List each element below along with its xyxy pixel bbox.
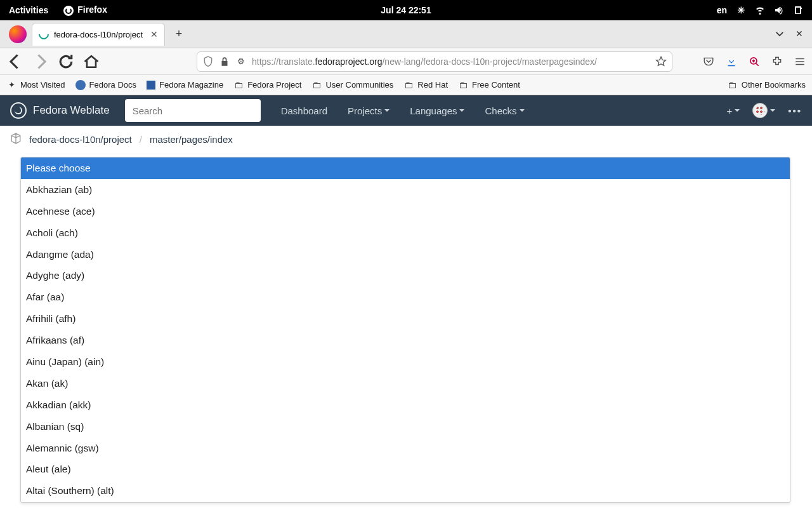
nav-projects[interactable]: Projects: [337, 105, 400, 116]
home-button[interactable]: [82, 53, 100, 70]
avatar-icon: [752, 103, 768, 118]
brightness-icon[interactable]: ☀: [736, 5, 746, 15]
zoom-icon[interactable]: [749, 56, 760, 67]
browser-toolbar: ⚙ https://translate.fedoraproject.org/ne…: [0, 48, 812, 75]
dropdown-option[interactable]: Afrikaans (af): [21, 330, 790, 351]
dropdown-option[interactable]: Adyghe (ady): [21, 265, 790, 286]
caret-down-icon: [459, 109, 464, 112]
url-bar[interactable]: ⚙ https://translate.fedoraproject.org/ne…: [197, 51, 672, 72]
breadcrumb-project[interactable]: fedora-docs-l10n/project: [29, 134, 132, 145]
input-language[interactable]: en: [717, 5, 727, 15]
power-icon[interactable]: [793, 5, 803, 15]
bookmark-red-hat[interactable]: Red Hat: [403, 80, 448, 90]
caret-down-icon: [384, 109, 390, 112]
permissions-icon[interactable]: ⚙: [235, 56, 247, 67]
dropdown-option[interactable]: Acehnese (ace): [21, 201, 790, 222]
url-text: https://translate.fedoraproject.org/new-…: [252, 57, 650, 67]
bookmark-other[interactable]: Other Bookmarks: [728, 80, 806, 90]
more-menu-icon[interactable]: •••: [788, 105, 802, 116]
extensions-icon[interactable]: [771, 56, 783, 67]
bookmark-fedora-project[interactable]: Fedora Project: [233, 80, 301, 90]
browser-tab[interactable]: fedora-docs-l10n/project ✕: [32, 23, 165, 46]
caret-down-icon: [520, 109, 525, 112]
bookmarks-bar: ✦Most Visited Fedora Docs Fedora Magazin…: [0, 75, 812, 95]
weblate-favicon: [37, 27, 51, 42]
reload-button[interactable]: [57, 53, 75, 70]
language-dropdown[interactable]: Please choose Abkhazian (ab)Acehnese (ac…: [20, 157, 790, 503]
search-input[interactable]: [125, 99, 261, 122]
volume-icon[interactable]: [774, 5, 784, 15]
caret-down-icon: [735, 109, 740, 112]
clock[interactable]: Jul 24 22:51: [381, 5, 431, 15]
bookmark-most-visited[interactable]: ✦Most Visited: [6, 80, 65, 90]
dropdown-option[interactable]: Ainu (Japan) (ain): [21, 351, 790, 373]
tab-close-icon[interactable]: ✕: [150, 29, 158, 39]
dropdown-option[interactable]: Amharic (am): [21, 502, 790, 503]
weblate-logo-icon: [10, 102, 27, 119]
back-button[interactable]: [6, 53, 24, 70]
dropdown-option[interactable]: Acholi (ach): [21, 222, 790, 244]
add-button[interactable]: +: [726, 105, 740, 116]
bookmark-fedora-magazine[interactable]: Fedora Magazine: [147, 80, 223, 90]
dropdown-option[interactable]: Akkadian (akk): [21, 394, 790, 416]
tab-title: fedora-docs-l10n/project: [54, 30, 143, 39]
wifi-icon[interactable]: [755, 5, 765, 15]
tab-strip: fedora-docs-l10n/project ✕ + ✕: [0, 20, 812, 48]
dropdown-option[interactable]: Afrihili (afh): [21, 308, 790, 330]
firefox-icon: [63, 6, 74, 16]
bookmark-user-communities[interactable]: User Communities: [311, 80, 393, 90]
dropdown-placeholder[interactable]: Please choose: [21, 157, 790, 179]
dropdown-option[interactable]: Alemannic (gsw): [21, 438, 790, 459]
bookmark-star-icon[interactable]: [655, 56, 667, 67]
lock-icon[interactable]: [219, 56, 230, 67]
dropdown-option[interactable]: Albanian (sq): [21, 416, 790, 438]
weblate-brand[interactable]: Fedora Weblate: [10, 102, 110, 119]
firefox-app-indicator[interactable]: Firefox: [63, 4, 107, 15]
forward-button: [32, 53, 49, 70]
firefox-app-icon: [9, 25, 27, 43]
bookmark-free-content[interactable]: Free Content: [458, 80, 520, 90]
downloads-icon[interactable]: [726, 56, 737, 67]
cube-icon: [10, 133, 22, 146]
activities-button[interactable]: Activities: [9, 5, 48, 15]
shield-icon[interactable]: [202, 56, 214, 67]
caret-down-icon: [770, 109, 775, 112]
pocket-icon[interactable]: [703, 56, 714, 67]
nav-checks[interactable]: Checks: [475, 105, 534, 116]
dropdown-option[interactable]: Akan (ak): [21, 373, 790, 394]
dropdown-option[interactable]: Abkhazian (ab): [21, 179, 790, 201]
window-close-icon[interactable]: ✕: [796, 29, 803, 39]
dropdown-option[interactable]: Afar (aa): [21, 286, 790, 308]
breadcrumb-separator: /: [140, 134, 142, 145]
gnome-top-bar: Activities Firefox Jul 24 22:51 en ☀: [0, 0, 812, 20]
nav-languages[interactable]: Languages: [400, 105, 475, 116]
tabs-dropdown-icon[interactable]: [775, 29, 784, 39]
user-menu[interactable]: [752, 103, 775, 118]
menu-icon[interactable]: [794, 56, 806, 67]
weblate-nav: Fedora Weblate Dashboard Projects Langua…: [0, 95, 812, 126]
dropdown-option[interactable]: Adangme (ada): [21, 244, 790, 265]
dropdown-option[interactable]: Altai (Southern) (alt): [21, 480, 790, 502]
new-tab-button[interactable]: +: [170, 25, 188, 43]
nav-dashboard[interactable]: Dashboard: [271, 105, 337, 116]
dropdown-option[interactable]: Aleut (ale): [21, 458, 790, 480]
bookmark-fedora-docs[interactable]: Fedora Docs: [75, 80, 136, 90]
breadcrumb-component[interactable]: master/pages/index: [150, 134, 233, 145]
breadcrumb: fedora-docs-l10n/project / master/pages/…: [0, 126, 812, 152]
